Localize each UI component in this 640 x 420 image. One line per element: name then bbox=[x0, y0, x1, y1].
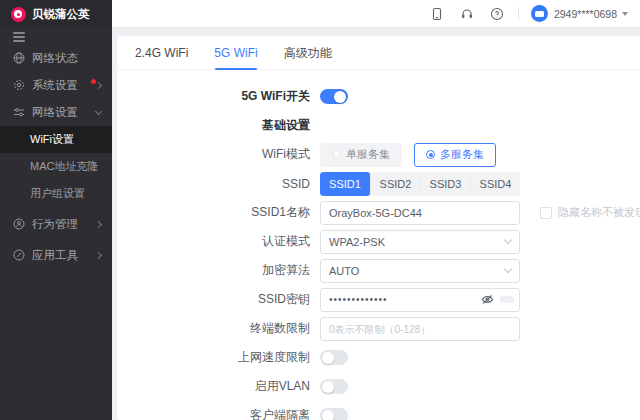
chevron-down-icon bbox=[504, 236, 512, 244]
brand-area: 贝锐蒲公英 bbox=[0, 0, 112, 28]
sidebar-item-network-settings[interactable]: 网络设置 bbox=[0, 99, 112, 126]
sidebar-item-mac-clone[interactable]: MAC地址克隆 bbox=[0, 153, 112, 180]
client-limit-label: 终端数限制 bbox=[117, 320, 320, 337]
sidebar-item-wifi-settings[interactable]: WiFi设置 bbox=[0, 126, 112, 153]
wifi-tabs: 2.4G WiFi 5G WiFi 高级功能 bbox=[117, 36, 640, 70]
ssid-segmented-control: SSID1 SSID2 SSID3 SSID4 bbox=[320, 172, 520, 196]
wifi-switch-toggle[interactable] bbox=[320, 89, 348, 104]
chevron-right-icon bbox=[95, 220, 102, 227]
sidebar-nav: 网络状态 系统设置 网络设置 WiFi设置 MAC地址克隆 用户组设置 bbox=[0, 28, 112, 420]
ssid-label: SSID bbox=[117, 177, 320, 191]
sidebar-item-network-status[interactable]: 网络状态 bbox=[0, 45, 112, 72]
header-divider bbox=[518, 7, 519, 20]
ssid-key-label: SSID密钥 bbox=[117, 291, 320, 308]
sidebar-item-label: 网络设置 bbox=[32, 105, 96, 120]
tools-icon bbox=[13, 249, 25, 261]
ssid4-button[interactable]: SSID4 bbox=[470, 172, 520, 196]
caret-down-icon[interactable] bbox=[622, 12, 628, 16]
wifi-mode-single-label: 单服务集 bbox=[346, 147, 390, 162]
chevron-right-icon bbox=[95, 81, 102, 88]
top-header: 贝锐蒲公英 2949****0698 bbox=[0, 0, 640, 28]
sidebar-submenu: WiFi设置 MAC地址克隆 用户组设置 bbox=[0, 126, 112, 207]
sidebar-subitem-label: 用户组设置 bbox=[30, 186, 85, 201]
ssid-key-row: SSID密钥 bbox=[117, 285, 640, 314]
wifi-mode-multi-button[interactable]: 多服务集 bbox=[414, 143, 496, 167]
notification-badge bbox=[91, 79, 96, 84]
wifi-switch-label: 5G WiFi开关 bbox=[117, 88, 320, 105]
wifi-mode-single-button[interactable]: 单服务集 bbox=[320, 143, 402, 167]
sidebar-item-user-group[interactable]: 用户组设置 bbox=[0, 180, 112, 207]
account-number[interactable]: 2949****0698 bbox=[554, 8, 617, 20]
brand-logo-icon bbox=[11, 7, 26, 22]
ssid-row: SSID SSID1 SSID2 SSID3 SSID4 bbox=[117, 169, 640, 198]
avatar[interactable] bbox=[531, 5, 548, 22]
vlan-row: 启用VLAN bbox=[117, 372, 640, 401]
cipher-select[interactable]: AUTO bbox=[320, 259, 520, 283]
vlan-label: 启用VLAN bbox=[117, 378, 320, 395]
autofill-hint bbox=[500, 296, 514, 303]
eye-off-icon[interactable] bbox=[481, 293, 494, 306]
wifi-mode-row: WiFi模式 单服务集 多服务集 bbox=[117, 140, 640, 169]
auth-mode-value: WPA2-PSK bbox=[329, 236, 385, 248]
sidebar-item-label: 系统设置 bbox=[32, 78, 89, 93]
auth-mode-label: 认证模式 bbox=[117, 233, 320, 250]
client-isolation-label: 客户端隔离 bbox=[117, 407, 320, 420]
sidebar-item-behavior[interactable]: 行为管理 bbox=[0, 211, 112, 238]
gear-icon bbox=[13, 79, 25, 91]
ssid-name-label: SSID1名称 bbox=[117, 204, 320, 221]
sidebar-item-app-tools[interactable]: 应用工具 bbox=[0, 242, 112, 269]
sidebar-subitem-label: WiFi设置 bbox=[30, 132, 74, 147]
client-limit-input[interactable] bbox=[320, 317, 520, 341]
cipher-label: 加密算法 bbox=[117, 262, 320, 279]
chevron-down-icon bbox=[95, 107, 102, 114]
behavior-icon bbox=[13, 218, 25, 230]
ssid1-button[interactable]: SSID1 bbox=[320, 172, 370, 196]
hide-ssid-label: 隐藏名称不被发现 bbox=[558, 205, 640, 220]
sidebar-item-label: 网络状态 bbox=[32, 51, 101, 66]
auth-mode-row: 认证模式 WPA2-PSK bbox=[117, 227, 640, 256]
speed-limit-label: 上网速度限制 bbox=[117, 349, 320, 366]
wifi-switch-row: 5G WiFi开关 bbox=[117, 82, 640, 111]
chevron-right-icon bbox=[95, 251, 102, 258]
brand-name: 贝锐蒲公英 bbox=[32, 7, 90, 22]
help-icon[interactable] bbox=[490, 7, 504, 21]
cipher-row: 加密算法 AUTO bbox=[117, 256, 640, 285]
vlan-toggle[interactable] bbox=[320, 379, 348, 394]
basic-section-row: 基础设置 bbox=[117, 111, 640, 140]
chevron-down-icon bbox=[504, 265, 512, 273]
ssid-name-input[interactable] bbox=[320, 201, 520, 225]
sidebar-item-label: 应用工具 bbox=[32, 248, 96, 263]
hide-ssid-checkbox[interactable] bbox=[540, 207, 552, 219]
tab-5g-wifi[interactable]: 5G WiFi bbox=[214, 36, 257, 70]
ssid2-button[interactable]: SSID2 bbox=[370, 172, 420, 196]
service-icon[interactable] bbox=[460, 7, 474, 21]
speed-limit-row: 上网速度限制 bbox=[117, 343, 640, 372]
radio-selected-icon bbox=[426, 150, 435, 159]
client-limit-row: 终端数限制 bbox=[117, 314, 640, 343]
radio-unselected-icon bbox=[332, 150, 341, 159]
globe-icon bbox=[13, 52, 25, 64]
client-isolation-row: 客户端隔离 bbox=[117, 401, 640, 420]
wifi-settings-form: 5G WiFi开关 基础设置 WiFi模式 单服务集 多服务集 bbox=[117, 70, 640, 420]
tab-2-4g-wifi[interactable]: 2.4G WiFi bbox=[135, 36, 188, 70]
speed-limit-toggle[interactable] bbox=[320, 350, 348, 365]
phone-icon[interactable] bbox=[430, 7, 444, 21]
sidebar-item-system-settings[interactable]: 系统设置 bbox=[0, 72, 112, 99]
wifi-mode-multi-label: 多服务集 bbox=[440, 147, 484, 162]
sliders-icon bbox=[13, 106, 25, 118]
basic-section-title: 基础设置 bbox=[117, 117, 320, 134]
header-toolbar: 2949****0698 bbox=[112, 0, 640, 28]
ssid3-button[interactable]: SSID3 bbox=[420, 172, 470, 196]
sidebar-subitem-label: MAC地址克隆 bbox=[30, 159, 98, 174]
settings-card: 2.4G WiFi 5G WiFi 高级功能 5G WiFi开关 基础设置 Wi… bbox=[117, 36, 640, 420]
wifi-mode-label: WiFi模式 bbox=[117, 146, 320, 163]
content-area: 2.4G WiFi 5G WiFi 高级功能 5G WiFi开关 基础设置 Wi… bbox=[112, 28, 640, 420]
ssid-name-row: SSID1名称 隐藏名称不被发现 bbox=[117, 198, 640, 227]
password-field-wrapper bbox=[320, 288, 520, 312]
auth-mode-select[interactable]: WPA2-PSK bbox=[320, 230, 520, 254]
collapse-menu-icon[interactable] bbox=[13, 32, 25, 42]
client-isolation-toggle[interactable] bbox=[320, 408, 348, 420]
cipher-value: AUTO bbox=[329, 265, 359, 277]
sidebar-item-label: 行为管理 bbox=[32, 217, 96, 232]
tab-advanced[interactable]: 高级功能 bbox=[284, 36, 332, 70]
